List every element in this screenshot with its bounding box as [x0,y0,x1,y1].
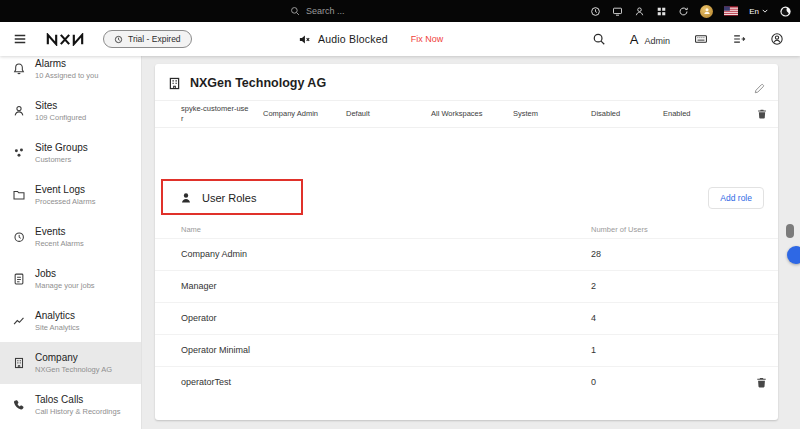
sidebar-item-jobs[interactable]: JobsManage your jobs [0,258,141,300]
dots-cluster-icon [12,146,26,160]
checklist-icon [12,272,26,286]
user-roles-table: Name Number of Users Company Admin 28 Ma… [155,222,778,398]
sidebar-item-label: Company [35,352,112,363]
user-role-cell: Company Admin [263,109,346,118]
table-header-row: Name Number of Users [155,222,778,238]
sidebar-item-sites[interactable]: Sites109 Configured [0,90,141,132]
role-count-cell: 2 [591,281,738,291]
user-name-cell: spyke-customer-user [181,104,251,124]
refresh-icon[interactable] [678,6,689,17]
font-size-glyph: A [630,32,639,47]
phone-icon [12,398,26,412]
building-icon [12,356,26,370]
sidebar-item-label: Events [35,226,84,237]
chevron-down-icon [762,9,768,13]
theme-toggle-icon[interactable] [779,5,792,18]
sidebar-item-sub: Recent Alarms [35,239,84,248]
user-type-cell: System [513,109,591,118]
sidebar-item-label: Talos Calls [35,394,120,405]
role-name-cell: Company Admin [181,249,591,259]
delete-icon[interactable] [755,376,768,389]
sidebar-item-sub: Manage your jobs [35,281,95,290]
appbar-actions: A Admin [592,22,784,56]
sidebar-item-label: Analytics [35,310,80,321]
fix-now-link[interactable]: Fix Now [411,34,444,44]
table-row[interactable]: operatorTest 0 [155,366,778,398]
user-icon[interactable] [634,6,645,17]
user-avatar[interactable] [700,5,713,18]
sidebar-item-talos-calls[interactable]: Talos CallsCall History & Recordings [0,384,141,426]
global-search-input[interactable]: Search ... [290,0,345,22]
search-placeholder: Search ... [306,6,345,16]
sidebar-item-label: Alarms [35,58,98,69]
sidebar-item-site-groups[interactable]: Site GroupsCustomers [0,132,141,174]
audio-muted-icon [298,33,311,46]
sidebar-item-label: Jobs [35,268,95,279]
appbar: Trial - Expired Audio Blocked Fix Now A … [0,22,800,56]
role-count-cell: 4 [591,313,738,323]
folder-icon [12,188,26,202]
add-role-button[interactable]: Add role [708,187,764,209]
table-row[interactable]: Operator 4 [155,302,778,334]
role-count-cell: 0 [591,377,738,387]
sidebar-item-sub: 10 Assigned to you [35,71,98,80]
nxg-brand-logo[interactable] [44,33,86,46]
apps-grid-icon[interactable] [656,6,667,17]
font-size-button[interactable]: A Admin [630,32,670,47]
table-row[interactable]: Manager 2 [155,270,778,302]
sidebar-item-events[interactable]: EventsRecent Alarms [0,216,141,258]
floating-action-button[interactable] [787,246,800,264]
role-name-cell: Manager [181,281,591,291]
user-roles-header: User Roles Add role [155,182,778,214]
language-label: En [749,7,759,16]
bell-icon [12,62,26,76]
column-header-users: Number of Users [591,225,738,234]
topbar: Search ... En [0,0,800,22]
sidebar-item-sub: Customers [35,155,88,164]
language-selector[interactable]: En [749,7,768,16]
keyboard-icon[interactable] [694,32,708,46]
sidebar-item-sub: Site Analytics [35,323,80,332]
role-name-cell: Operator [181,313,591,323]
sidebar-item-label: Event Logs [35,184,95,195]
table-row[interactable]: Company Admin 28 [155,238,778,270]
table-row[interactable]: Operator Minimal 1 [155,334,778,366]
sidebar-item-company[interactable]: CompanyNXGen Technology AG [0,342,141,384]
site-person-icon [12,104,26,118]
clock-icon[interactable] [590,6,601,17]
us-flag-icon [724,6,738,16]
user-roles-title: User Roles [202,192,256,204]
account-icon[interactable] [770,32,784,46]
role-name-cell: Operator Minimal [181,345,591,355]
search-icon [290,6,300,16]
delete-icon[interactable] [756,108,768,120]
avatar-person-icon [703,7,711,15]
sidebar-item-sub: 109 Configured [35,113,86,122]
role-count-cell: 28 [591,249,738,259]
sidebar-item-sub: NXGen Technology AG [35,365,112,374]
building-icon [167,76,182,91]
history-clock-icon [12,230,26,244]
collapse-panel-icon[interactable] [732,32,746,46]
topbar-actions: En [590,0,792,22]
search-icon[interactable] [592,32,606,46]
audio-blocked-banner: Audio Blocked Fix Now [298,22,443,56]
sidebar-item-sub: Processed Alarms [35,197,95,206]
sidebar-item-event-logs[interactable]: Event LogsProcessed Alarms [0,174,141,216]
monitor-icon[interactable] [612,6,623,17]
sidebar-list: Alarms10 Assigned to you Sites109 Config… [0,56,141,426]
sidebar-item-analytics[interactable]: AnalyticsSite Analytics [0,300,141,342]
sidebar-item-alarms[interactable]: Alarms10 Assigned to you [0,56,141,90]
role-count-cell: 1 [591,345,738,355]
audio-blocked-label: Audio Blocked [318,33,388,45]
menu-icon[interactable] [13,32,27,46]
user-table-row[interactable]: spyke-customer-user Company Admin Defaul… [155,100,778,128]
person-icon [179,191,193,205]
application-window: Search ... En Trial - Expired [0,0,800,429]
line-chart-icon [12,314,26,328]
scrollbar-thumb[interactable] [786,224,794,238]
column-header-name: Name [181,225,591,234]
edit-pencil-icon[interactable] [753,82,766,95]
clock-icon [114,35,123,44]
sidebar-item-label: Site Groups [35,142,88,153]
